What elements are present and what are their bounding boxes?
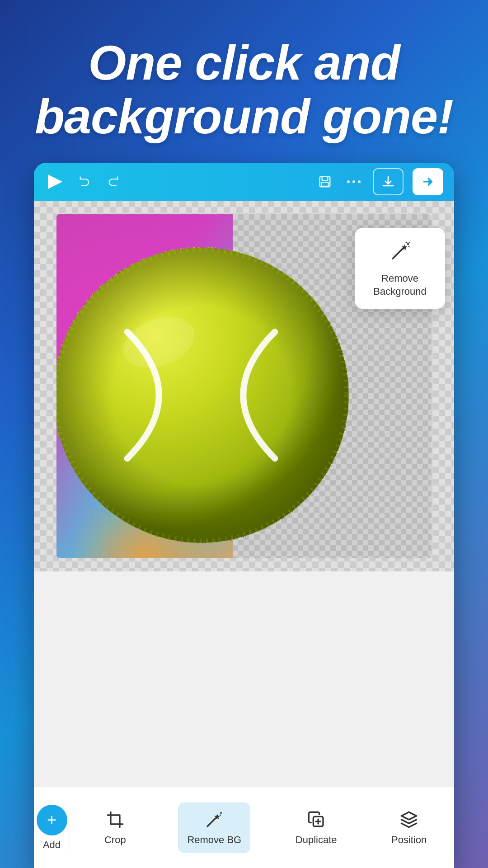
crop-label: Crop [104,834,126,846]
undo-button[interactable] [75,172,94,192]
remove-background-popup[interactable]: Remove Background [355,228,445,309]
svg-marker-0 [48,175,62,189]
save-button[interactable] [315,172,335,192]
tennis-ball-image [56,237,359,553]
add-circle-button[interactable]: + [37,805,67,835]
hero-line1: One click and [88,35,399,90]
svg-rect-2 [322,177,328,181]
duplicate-tool[interactable]: Duplicate [286,802,346,853]
svg-point-20 [220,812,222,814]
canvas-area[interactable]: Remove Background [34,201,454,571]
hero-line2: background gone! [35,89,453,144]
position-tool[interactable]: Position [382,802,436,853]
remove-bg-tool[interactable]: Remove BG [178,802,250,853]
svg-point-4 [347,180,350,183]
hero-section: One click and background gone! [0,0,488,171]
add-label: Add [43,839,61,851]
crop-icon [105,810,125,830]
download-button[interactable] [373,168,404,195]
svg-line-17 [407,243,408,244]
svg-marker-25 [402,812,417,820]
svg-line-19 [207,818,216,826]
svg-line-11 [393,249,403,259]
svg-point-15 [408,246,410,247]
magic-wand-icon [389,241,411,267]
crop-tool[interactable]: Crop [88,802,142,853]
remove-bg-label: Remove BG [187,834,241,846]
position-icon [399,810,419,830]
svg-line-18 [409,243,410,244]
position-label: Position [391,834,427,846]
remove-bg-label: Remove Background [364,272,436,298]
tool-items: Crop Remove BG [70,802,454,853]
remove-bg-icon [204,810,224,830]
app-mockup: Remove Background + Add Crop [34,163,454,868]
svg-rect-3 [322,182,328,186]
redo-button[interactable] [103,172,123,192]
share-button[interactable] [413,168,443,195]
duplicate-icon [306,810,326,830]
add-button-container[interactable]: + Add [34,805,70,851]
hero-title: One click and background gone! [27,36,461,144]
bottom-toolbar: + Add Crop [34,787,454,868]
app-logo [45,171,66,192]
svg-point-21 [220,814,221,816]
svg-point-6 [358,180,361,183]
svg-point-5 [352,180,355,183]
app-toolbar [34,163,454,201]
more-button[interactable] [344,172,364,192]
duplicate-label: Duplicate [296,834,337,846]
